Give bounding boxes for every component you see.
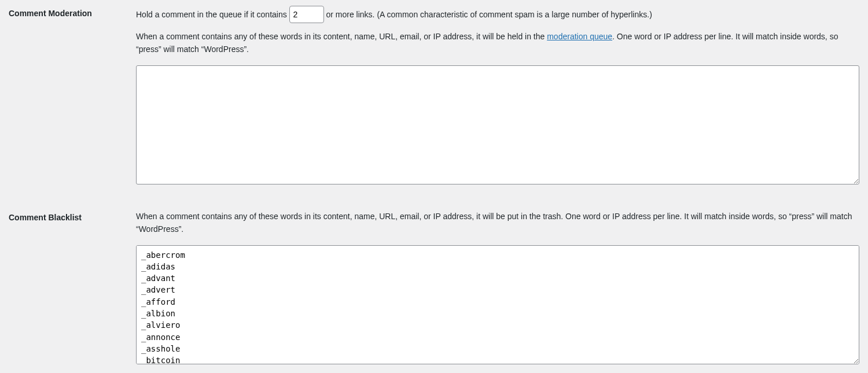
moderation-links-desc: Hold a comment in the queue if it contai… xyxy=(136,6,859,23)
comment-moderation-content: Hold a comment in the queue if it contai… xyxy=(136,6,859,188)
comment-blacklist-label: Comment Blacklist xyxy=(9,210,136,224)
moderation-hold-prefix: Hold a comment in the queue if it contai… xyxy=(136,10,289,19)
moderation-links-count-input[interactable] xyxy=(289,6,324,23)
comment-blacklist-content: When a comment contains any of these wor… xyxy=(136,210,859,368)
comment-moderation-row: Comment Moderation Hold a comment in the… xyxy=(0,0,868,204)
moderation-keys-textarea[interactable] xyxy=(136,65,859,184)
moderation-hold-suffix: or more links. (A common characteristic … xyxy=(326,10,652,19)
moderation-keys-desc: When a comment contains any of these wor… xyxy=(136,30,859,56)
comment-moderation-label: Comment Moderation xyxy=(9,6,136,20)
comment-blacklist-row: Comment Blacklist When a comment contain… xyxy=(0,204,868,373)
moderation-keys-desc-a: When a comment contains any of these wor… xyxy=(136,32,547,41)
moderation-queue-link[interactable]: moderation queue xyxy=(547,32,612,41)
blacklist-desc: When a comment contains any of these wor… xyxy=(136,210,859,236)
blacklist-keys-textarea[interactable] xyxy=(136,245,859,364)
